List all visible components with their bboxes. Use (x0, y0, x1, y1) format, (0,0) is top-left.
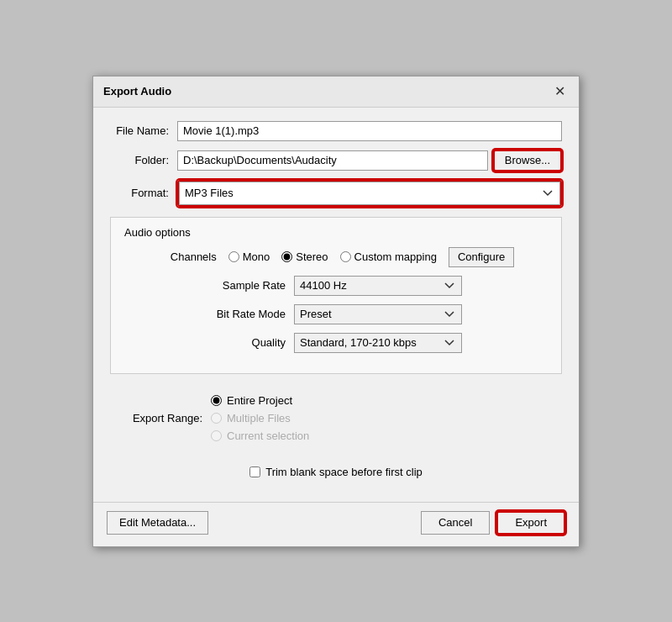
sample-rate-row: Sample Rate 8000 Hz 22050 Hz 44100 Hz 48… (124, 276, 548, 296)
format-label: Format: (110, 187, 177, 199)
range-options: Entire Project Multiple Files Current se… (211, 394, 309, 442)
dialog-body: File Name: Folder: Browse... Format: MP3… (93, 108, 579, 498)
trim-label: Trim blank space before first clip (265, 466, 423, 478)
quality-row: Quality Standard, 170-210 kbps Medium, 1… (124, 333, 548, 353)
range-multiple-files: Multiple Files (211, 412, 309, 424)
bit-rate-mode-row: Bit Rate Mode Preset Variable Average Co… (124, 304, 548, 324)
quality-label: Quality (210, 336, 294, 349)
trim-checkbox[interactable] (249, 466, 260, 477)
bit-rate-mode-label: Bit Rate Mode (210, 308, 294, 320)
range-entire-project[interactable]: Entire Project (211, 394, 309, 407)
browse-button[interactable]: Browse... (493, 150, 562, 171)
format-select-wrapper: MP3 Files WAV Files FLAC Files OGG Files (177, 180, 562, 207)
sample-rate-label: Sample Rate (210, 279, 294, 292)
export-button[interactable]: Export (496, 511, 565, 535)
bit-rate-mode-select[interactable]: Preset Variable Average Constant (294, 304, 462, 324)
folder-label: Folder: (110, 154, 177, 166)
entire-project-label: Entire Project (227, 394, 292, 407)
channels-row: Channels Mono Stereo Custom mapping (124, 247, 548, 267)
dialog-title: Export Audio (103, 85, 171, 98)
file-name-label: File Name: (110, 124, 177, 137)
export-range-section: Export Range: Entire Project Multiple Fi… (110, 386, 562, 457)
channels-mono[interactable]: Mono (228, 250, 270, 263)
quality-select[interactable]: Standard, 170-210 kbps Medium, 145-185 k… (294, 333, 462, 353)
format-row: Format: MP3 Files WAV Files FLAC Files O… (110, 180, 562, 207)
export-audio-dialog: Export Audio ✕ File Name: Folder: Browse… (92, 76, 580, 547)
mono-label: Mono (243, 250, 270, 263)
close-button[interactable]: ✕ (551, 83, 569, 100)
bottom-buttons: Edit Metadata... Cancel Export (93, 502, 579, 546)
cancel-button[interactable]: Cancel (421, 511, 490, 535)
file-name-input[interactable] (177, 121, 562, 141)
channels-label: Channels (158, 250, 225, 263)
edit-metadata-button[interactable]: Edit Metadata... (107, 511, 208, 535)
format-select[interactable]: MP3 Files WAV Files FLAC Files OGG Files (179, 182, 560, 205)
export-range-row: Export Range: Entire Project Multiple Fi… (127, 394, 545, 442)
audio-options-section: Audio options Channels Mono Stereo Cus (110, 217, 562, 374)
export-range-label: Export Range: (127, 412, 211, 424)
stereo-label: Stereo (296, 250, 328, 263)
folder-row: Folder: Browse... (110, 150, 562, 171)
multiple-files-label: Multiple Files (227, 412, 291, 424)
current-selection-label: Current selection (227, 430, 309, 442)
configure-button[interactable]: Configure (449, 247, 514, 267)
channels-radio-group: Mono Stereo Custom mapping (228, 250, 437, 263)
trim-row: Trim blank space before first clip (110, 466, 562, 478)
range-current-selection: Current selection (211, 430, 309, 442)
right-buttons: Cancel Export (421, 511, 565, 535)
channels-custom[interactable]: Custom mapping (340, 250, 437, 263)
custom-mapping-label: Custom mapping (354, 250, 437, 263)
file-name-row: File Name: (110, 121, 562, 141)
title-bar: Export Audio ✕ (93, 76, 579, 108)
folder-input[interactable] (177, 150, 488, 171)
channels-stereo[interactable]: Stereo (281, 250, 328, 263)
trim-checkbox-label[interactable]: Trim blank space before first clip (249, 466, 423, 478)
sample-rate-select[interactable]: 8000 Hz 22050 Hz 44100 Hz 48000 Hz 96000… (294, 276, 462, 296)
audio-options-title: Audio options (124, 226, 548, 239)
